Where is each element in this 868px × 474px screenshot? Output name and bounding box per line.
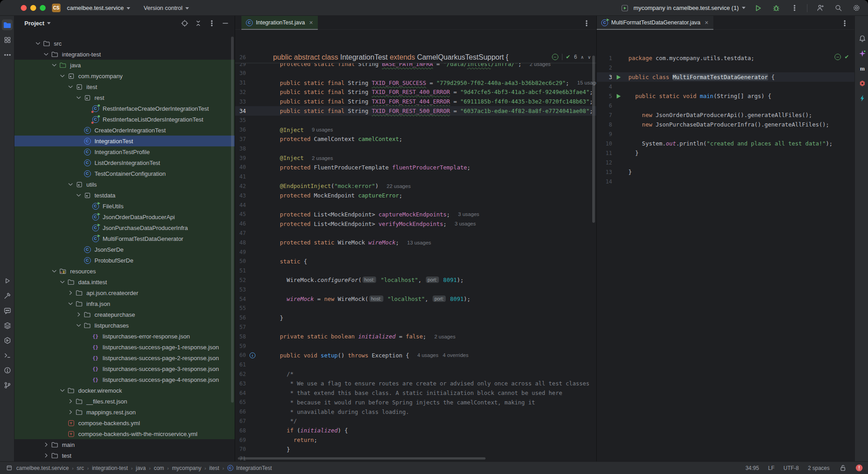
line-number[interactable]: 60 (235, 352, 246, 358)
chevron-right-icon[interactable] (66, 397, 75, 406)
tree-item-listpurchases-success-page-1-response-json[interactable]: {}listpurchases-success-page-1-response.… (14, 342, 235, 352)
line-number[interactable]: 14 (597, 178, 612, 185)
breadcrumb-item[interactable]: com (154, 465, 164, 471)
chevron-right-icon[interactable] (42, 441, 50, 449)
code-line-44[interactable]: 44 (235, 200, 596, 210)
build-icon[interactable] (2, 290, 13, 301)
prev-problem-icon[interactable]: ∧ (580, 55, 584, 60)
line-number[interactable]: 41 (235, 174, 246, 180)
line-separator[interactable]: LF (768, 465, 774, 471)
line-number[interactable]: 68 (235, 427, 246, 434)
code-line-67[interactable]: 67 */ (235, 416, 596, 426)
inspections-widget-right[interactable]: – ✔ (835, 54, 849, 60)
breadcrumb-item[interactable]: itest (209, 465, 219, 471)
tab-multiformattestdatagenerator[interactable]: C MultiFormatTestDataGenerator.java ✕ (597, 16, 713, 30)
code-line-31[interactable]: 31 public static final String TXID_FOR_S… (235, 78, 596, 88)
tree-item-integrationtestprofile[interactable]: CIntegrationTestProfile (14, 146, 235, 157)
tree-item-resources[interactable]: resources (14, 266, 235, 277)
code-line-48[interactable]: 48 protected static WireMock wireMock;13… (235, 238, 596, 247)
kebab-menu-icon[interactable] (207, 19, 217, 28)
code-line-40[interactable]: 40 protected FluentProducerTemplate flue… (235, 163, 596, 172)
code-line-45[interactable]: 45 protected List<MockEndpoint> captureM… (235, 210, 596, 219)
inspections-widget[interactable]: – ✔ 6 ∧ ∨ (552, 54, 591, 60)
tree-item-jsonorderdataproducerapi[interactable]: CJsonOrderDataProducerApi (14, 211, 235, 222)
breadcrumb-item[interactable]: IntegrationTest (236, 465, 272, 471)
code-line-14[interactable]: 14 (597, 177, 854, 186)
tree-item-itest[interactable]: itest (14, 81, 235, 92)
line-number[interactable]: 58 (235, 333, 246, 340)
tree-item-listpurchases-success-page-2-response-json[interactable]: {}listpurchases-success-page-2-response.… (14, 352, 235, 363)
close-window-button[interactable] (21, 5, 27, 11)
code-line-59[interactable]: 59 (235, 341, 596, 351)
tree-item-api-json-createorder[interactable]: api.json.createorder (14, 287, 235, 298)
code-line-51[interactable]: 51 (235, 266, 596, 276)
layers-icon[interactable] (2, 320, 13, 331)
line-number[interactable]: 6 (597, 103, 612, 109)
code-line-64[interactable]: 64 * that extend this base class. A stat… (235, 388, 596, 398)
breadcrumb-item[interactable]: camelbee.test.service (16, 465, 69, 471)
line-number[interactable]: 36 (235, 127, 246, 133)
code-line-65[interactable]: 65 * because it would run before Spring … (235, 398, 596, 407)
line-number[interactable]: 2 (597, 65, 612, 71)
line-number[interactable]: 63 (235, 380, 246, 387)
code-line-1[interactable]: 1package com.mycompany.utils.testdata; (597, 53, 854, 63)
zoom-window-button[interactable] (40, 5, 46, 11)
run-gutter-icon[interactable] (617, 94, 621, 99)
tree-item-utils[interactable]: utils (14, 179, 235, 190)
run-configuration-selector[interactable]: mycompany in camelbee.test.service (1) (619, 3, 745, 14)
code-line-9[interactable]: 9 (597, 129, 854, 139)
tree-item-src[interactable]: src (14, 38, 235, 49)
breadcrumb-item[interactable]: integration-test (92, 465, 127, 471)
code-line-11[interactable]: 11 } (597, 148, 854, 158)
maven-icon[interactable]: m (857, 63, 868, 74)
chevron-right-icon[interactable] (66, 289, 75, 297)
chevron-down-icon[interactable] (50, 267, 58, 276)
code-line-46[interactable]: 46 protected List<MockEndpoint> verifyMo… (235, 219, 596, 229)
line-number[interactable]: 52 (235, 277, 246, 283)
services-icon[interactable] (2, 335, 13, 346)
code-line-6[interactable]: 6 (597, 101, 854, 110)
code-line-12[interactable]: 12 (597, 158, 854, 167)
more-actions-button[interactable] (789, 3, 800, 14)
tree-item-integrationtest[interactable]: CIntegrationTest (14, 136, 235, 146)
code-line-57[interactable]: 57 (235, 322, 596, 332)
chevron-right-icon[interactable] (66, 408, 75, 417)
usages-hint[interactable]: 2 usages (434, 334, 456, 339)
usages-hint[interactable]: 3 usages (455, 221, 476, 226)
project-tree-scrollbar[interactable] (231, 37, 234, 403)
code-line-66[interactable]: 66 * unavailable during class loading. (235, 407, 596, 417)
usages-hint[interactable]: 9 usages (312, 127, 333, 132)
tree-item-createorderintegrationtest[interactable]: CCreateOrderIntegrationTest (14, 125, 235, 136)
tree-item-docker-wiremock[interactable]: docker.wiremock (14, 385, 235, 396)
line-number[interactable]: 64 (235, 390, 246, 396)
tree-item-restinterfacecreateorderintegrationtest[interactable]: CRestInterfaceCreateOrderIntegrationTest (14, 103, 235, 114)
chevron-down-icon[interactable] (47, 22, 51, 24)
usages-hint[interactable]: 4 usages 4 overrides (417, 352, 468, 358)
line-number[interactable]: 11 (597, 150, 612, 156)
line-number[interactable]: 13 (597, 169, 612, 175)
line-number[interactable]: 40 (235, 164, 246, 170)
editor-vertical-scrollbar[interactable] (592, 56, 595, 223)
line-number[interactable]: 61 (235, 361, 246, 368)
line-number[interactable]: 49 (235, 249, 246, 255)
tree-item-fileutils[interactable]: CFileUtils (14, 201, 235, 211)
code-line-10[interactable]: 10 System.out.println("created and place… (597, 139, 854, 148)
line-number[interactable]: 43 (235, 192, 246, 199)
code-line-5[interactable]: 5 public static void main(String[] args)… (597, 91, 854, 101)
tab-options-kebab-icon[interactable] (581, 18, 592, 28)
code-line-69[interactable]: 69 return; (235, 435, 596, 445)
indent-style[interactable]: 2 spaces (808, 465, 830, 471)
tree-item-restinterfacelistordersintegrationtest[interactable]: CRestInterfaceListOrdersIntegrationTest (14, 114, 235, 125)
error-notification-icon[interactable]: ! (856, 465, 863, 471)
line-number[interactable]: 51 (235, 268, 246, 274)
line-number[interactable]: 38 (235, 145, 246, 152)
line-number[interactable]: 34 (235, 108, 246, 114)
chevron-right-icon[interactable] (74, 310, 83, 319)
chevron-down-icon[interactable] (58, 72, 66, 80)
version-control-menu[interactable]: Version control (141, 3, 192, 13)
code-line-47[interactable]: 47 (235, 228, 596, 238)
line-number[interactable]: 70 (235, 446, 246, 452)
code-line-2[interactable]: 2 (597, 63, 854, 72)
caret-position[interactable]: 34:95 (745, 465, 759, 471)
code-line-4[interactable]: 4 (597, 82, 854, 91)
